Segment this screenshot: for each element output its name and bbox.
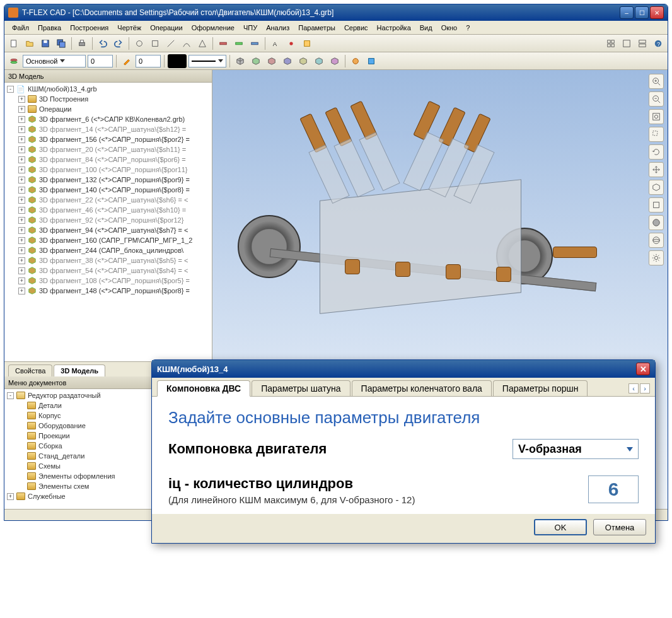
spin-2[interactable]: 0 <box>136 55 161 67</box>
expand-icon[interactable]: + <box>18 187 25 194</box>
tool-icon[interactable] <box>248 37 262 50</box>
tree-item[interactable]: +3D фрагмент_244 (САПР_блока_цилиндров\ <box>4 245 212 255</box>
rotate-icon[interactable] <box>649 144 664 160</box>
pen-icon[interactable] <box>120 54 134 68</box>
tree-item[interactable]: +3D фрагмент_148 (<*>САПР_поршня\{$por8}… <box>4 286 212 296</box>
dialog-tab[interactable]: Компоновка ДВС <box>157 380 250 397</box>
close-button[interactable]: ✕ <box>650 6 664 19</box>
save-icon[interactable] <box>38 37 52 50</box>
expand-icon[interactable]: + <box>18 177 25 184</box>
tree-item[interactable]: +Операции <box>4 104 212 114</box>
cube-icon[interactable] <box>296 54 310 68</box>
tree-item[interactable]: +3D фрагмент_94 (<*>САПР_шатуна\{$sh7} =… <box>4 225 212 235</box>
tree-item[interactable]: +3D Построения <box>4 94 212 104</box>
save-all-icon[interactable] <box>54 37 68 50</box>
menu-Оформление[interactable]: Оформление <box>188 23 238 33</box>
expand-icon[interactable]: + <box>18 288 25 294</box>
tree-root[interactable]: -📄КШМ(любой)13_4.grb <box>4 84 212 94</box>
expand-icon[interactable]: + <box>18 166 25 173</box>
view-icon[interactable] <box>635 37 649 50</box>
tree-item[interactable]: +3D фрагмент_160 (САПР_ГРМ\САПР_МГР_1_2 <box>4 235 212 245</box>
menu-Файл[interactable]: Файл <box>8 23 33 33</box>
tool-icon[interactable] <box>232 37 246 50</box>
print-icon[interactable] <box>75 37 89 50</box>
menu-Анализ[interactable]: Анализ <box>262 23 293 33</box>
view-front-icon[interactable] <box>649 197 664 213</box>
expand-icon[interactable]: - <box>7 392 14 399</box>
undo-icon[interactable] <box>96 37 110 50</box>
tree-item[interactable]: +3D фрагмент_22 (<*>САПР_шатуна\{$sh6} =… <box>4 195 212 205</box>
view-icon[interactable] <box>604 37 618 50</box>
tool-icon[interactable] <box>216 37 230 50</box>
menu-Правка[interactable]: Правка <box>34 23 65 33</box>
cube-icon[interactable] <box>312 54 326 68</box>
tree-item[interactable]: +3D фрагмент_20 (<*>САПР_шатуна\{$sh11} … <box>4 144 212 154</box>
expand-icon[interactable]: + <box>18 156 25 163</box>
expand-icon[interactable]: + <box>18 267 25 274</box>
expand-icon[interactable]: - <box>7 86 14 93</box>
layout-select[interactable]: V-образная <box>513 439 639 459</box>
tool-icon[interactable] <box>364 54 378 68</box>
tree-item[interactable]: +3D фрагмент_6 (<*>САПР КВ\Коленвал2.grb… <box>4 114 212 124</box>
menu-Окно[interactable]: Окно <box>437 23 461 33</box>
tree-item[interactable]: +3D фрагмент_92 (<*>САПР_поршня\{$por12} <box>4 215 212 225</box>
tab-scroll-right-icon[interactable]: › <box>640 383 650 394</box>
model-tree[interactable]: -📄КШМ(любой)13_4.grb+3D Построения+Опера… <box>4 83 212 361</box>
ok-button[interactable]: OK <box>534 519 587 535</box>
help-icon[interactable]: ? <box>651 37 665 50</box>
redo-icon[interactable] <box>112 37 125 50</box>
dialog-tab[interactable]: Параметры шатуна <box>252 380 350 396</box>
wireframe-icon[interactable] <box>649 233 664 248</box>
zoom-fit-icon[interactable] <box>649 109 664 124</box>
menu-Сервис[interactable]: Сервис <box>340 23 372 33</box>
open-icon[interactable] <box>23 37 37 50</box>
tool-icon[interactable] <box>284 37 298 50</box>
cube-icon[interactable] <box>249 54 263 68</box>
expand-icon[interactable]: + <box>7 493 14 500</box>
expand-icon[interactable]: + <box>18 136 25 143</box>
settings-icon[interactable] <box>649 250 664 265</box>
spin-1[interactable]: 0 <box>88 55 113 67</box>
pan-icon[interactable] <box>649 162 664 177</box>
tool-icon[interactable] <box>349 54 362 68</box>
view-iso-icon[interactable] <box>649 180 664 195</box>
expand-icon[interactable]: + <box>18 257 25 264</box>
tree-item[interactable]: +3D фрагмент_140 (<*>САПР_поршня\{$por8}… <box>4 185 212 195</box>
shade-icon[interactable] <box>649 215 664 230</box>
panel-tab[interactable]: 3D Модель <box>54 364 105 376</box>
color-swatch[interactable] <box>168 54 187 68</box>
zoom-in-icon[interactable] <box>649 74 664 89</box>
tree-item[interactable]: +3D фрагмент_108 (<*>САПР_поршня\{$por5}… <box>4 276 212 286</box>
expand-icon[interactable]: + <box>18 247 25 254</box>
expand-icon[interactable]: + <box>18 207 25 214</box>
layer-icon[interactable] <box>7 54 21 68</box>
menu-Построения[interactable]: Построения <box>66 23 112 33</box>
menu-ЧПУ[interactable]: ЧПУ <box>240 23 261 33</box>
cube-icon[interactable] <box>265 54 279 68</box>
expand-icon[interactable]: + <box>18 197 25 204</box>
menu-?[interactable]: ? <box>462 23 473 33</box>
minimize-button[interactable]: – <box>620 6 634 19</box>
tool-icon[interactable] <box>148 37 162 50</box>
expand-icon[interactable]: + <box>18 217 25 224</box>
menu-Чертёж[interactable]: Чертёж <box>113 23 145 33</box>
layer-combo[interactable]: Основной <box>23 55 86 67</box>
linestyle-combo[interactable] <box>188 55 226 67</box>
expand-icon[interactable]: + <box>18 237 25 244</box>
expand-icon[interactable]: + <box>18 277 25 284</box>
tree-item[interactable]: +3D фрагмент_156 (<*>САПР_поршня\{$por2}… <box>4 134 212 144</box>
expand-icon[interactable]: + <box>18 106 25 113</box>
tree-item[interactable]: +3D фрагмент_54 (<*>САПР_шатуна\{$sh4} =… <box>4 265 212 276</box>
view-icon[interactable] <box>620 37 634 50</box>
tool-icon[interactable] <box>300 37 314 50</box>
tab-scroll-left-icon[interactable]: ‹ <box>629 383 639 394</box>
tool-icon[interactable] <box>195 37 209 50</box>
dialog-tab[interactable]: Параметры коленчатого вала <box>352 380 492 396</box>
cylinder-count-input[interactable]: 6 <box>588 475 639 503</box>
expand-icon[interactable]: + <box>18 116 25 123</box>
menu-Настройка[interactable]: Настройка <box>373 23 415 33</box>
tool-icon[interactable]: A <box>269 37 282 50</box>
menu-Параметры[interactable]: Параметры <box>294 23 339 33</box>
zoom-window-icon[interactable] <box>649 127 664 142</box>
expand-icon[interactable]: + <box>18 96 25 103</box>
